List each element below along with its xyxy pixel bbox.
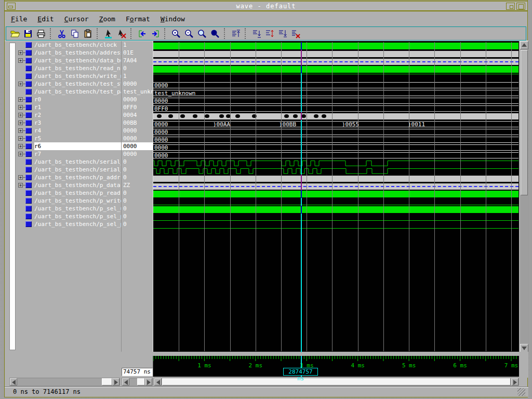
expand-icon[interactable]: +: [18, 58, 23, 63]
signal-row[interactable]: +r0: [16, 96, 121, 103]
delete-selected-button[interactable]: [289, 28, 302, 39]
cursor-line[interactable]: [301, 50, 302, 58]
add-cursor-button[interactable]: [102, 28, 115, 39]
signal-value[interactable]: 0: [122, 166, 153, 174]
signal-row[interactable]: /uart_bs_testbench/write_n: [16, 72, 121, 80]
signal-value[interactable]: 0004: [122, 111, 153, 119]
scroll-down-arrow-icon[interactable]: [520, 344, 528, 352]
move-updown-button[interactable]: [263, 28, 276, 39]
signal-value[interactable]: 1: [122, 72, 153, 80]
signal-value[interactable]: 0000: [122, 135, 153, 142]
expand-icon[interactable]: +: [18, 105, 23, 110]
menu-cursor[interactable]: Cursor: [59, 13, 94, 25]
expand-icon[interactable]: +: [18, 121, 23, 125]
signal-row[interactable]: /uart_bs_testbench/p_sel_uart: [16, 205, 121, 212]
signal-row[interactable]: +r1: [16, 103, 121, 111]
signal-value[interactable]: 7A04: [122, 57, 153, 64]
waveform-canvas[interactable]: 0000test_unknown00000FF00000)00AA)00BB)0…: [153, 41, 519, 352]
paste-button[interactable]: [81, 28, 94, 39]
signal-row[interactable]: +/uart_bs_testbench/address_bu: [16, 49, 121, 57]
signal-value[interactable]: 0: [122, 205, 153, 212]
expand-icon[interactable]: +: [18, 50, 23, 55]
scroll-right-arrow-icon[interactable]: [112, 378, 119, 385]
maximize-button[interactable]: [516, 3, 525, 10]
resize-grip[interactable]: [517, 388, 525, 396]
cursor-line[interactable]: [301, 214, 302, 221]
expand-icon[interactable]: +: [18, 113, 23, 117]
names-hscrollbar[interactable]: [9, 378, 120, 386]
cursor-line[interactable]: [301, 58, 302, 65]
signal-value[interactable]: 0FF0: [122, 103, 153, 111]
cursor-line[interactable]: [301, 198, 302, 206]
cursor-line[interactable]: [301, 167, 302, 175]
expand-icon[interactable]: +: [18, 136, 23, 141]
signal-row[interactable]: /uart_bs_testbench/clock: [16, 41, 121, 49]
scroll-left-arrow-icon[interactable]: [10, 378, 17, 385]
signal-value[interactable]: 0: [122, 158, 153, 166]
signal-value[interactable]: test_unkno: [122, 88, 153, 96]
values-hscrollbar[interactable]: [122, 378, 153, 386]
signal-row[interactable]: /uart_bs_testbench/serial_in: [16, 166, 121, 174]
menu-format[interactable]: Format: [121, 13, 155, 25]
save-button[interactable]: [21, 28, 34, 39]
cut-button[interactable]: [55, 28, 68, 39]
cursor-line[interactable]: [301, 136, 302, 143]
cursor-line[interactable]: [301, 112, 302, 120]
scroll-right-arrow-icon[interactable]: [145, 378, 152, 385]
menu-window[interactable]: Window: [155, 13, 190, 25]
cursor-line[interactable]: [301, 97, 302, 104]
cursor-line[interactable]: [301, 65, 302, 73]
signal-row[interactable]: +/uart_bs_testbench/data_bus: [16, 57, 121, 64]
next-transition-button[interactable]: [149, 28, 162, 39]
cursor-line[interactable]: [301, 175, 302, 182]
signal-row[interactable]: /uart_bs_testbench/test_pass_: [16, 88, 121, 96]
signal-value[interactable]: 01E: [122, 49, 153, 57]
names-hscroll-thumb[interactable]: [102, 378, 112, 385]
signal-value[interactable]: 0000: [122, 80, 153, 88]
cursor-line[interactable]: [301, 89, 302, 97]
signal-row[interactable]: +r2: [16, 111, 121, 119]
prev-transition-button[interactable]: [136, 28, 149, 39]
signal-value[interactable]: 0: [122, 220, 153, 228]
expand-icon[interactable]: +: [18, 152, 23, 156]
cursor-line[interactable]: [301, 143, 302, 151]
expand-icon[interactable]: +: [18, 97, 23, 102]
cursor-line[interactable]: [301, 81, 302, 89]
signal-row[interactable]: /uart_bs_testbench/serial_out: [16, 158, 121, 166]
signal-value[interactable]: 00BB: [122, 119, 153, 127]
expand-icon[interactable]: +: [18, 128, 23, 133]
timeline-ruler[interactable]: 1 ms2 ms3 ms4 ms5 ms6 ms7 ms 2874757 ns: [153, 356, 519, 377]
move-down-button[interactable]: [250, 28, 263, 39]
zoom-full-button[interactable]: [208, 28, 221, 39]
menu-edit[interactable]: Edit: [32, 13, 59, 25]
signal-row[interactable]: +/uart_bs_testbench/p_addr: [16, 174, 121, 181]
signal-row[interactable]: /uart_bs_testbench/p_sel_pwm: [16, 212, 121, 220]
expand-icon[interactable]: +: [18, 144, 23, 149]
signal-row[interactable]: /uart_bs_testbench/p_read: [16, 189, 121, 197]
expand-icon[interactable]: +: [18, 175, 23, 180]
wave-vertical-scrollbar[interactable]: [520, 41, 528, 352]
signal-row[interactable]: +/uart_bs_testbench/p_data: [16, 181, 121, 189]
signal-row[interactable]: +/uart_bs_testbench/test_statu: [16, 80, 121, 88]
expand-icon[interactable]: +: [18, 183, 23, 188]
cursor-time-entry[interactable]: 74757 ns: [122, 368, 153, 376]
cursor-line[interactable]: [301, 42, 302, 50]
zoom-out-button[interactable]: [182, 28, 195, 39]
restore-button[interactable]: [506, 3, 515, 10]
signal-value[interactable]: 0000: [122, 142, 153, 150]
signal-row[interactable]: /uart_bs_testbench/p_sel_para: [16, 220, 121, 228]
scroll-right-arrow-icon[interactable]: [511, 378, 518, 385]
wave-hscrollbar[interactable]: [154, 378, 519, 386]
signal-value[interactable]: ZZ: [122, 181, 153, 189]
cursor-line[interactable]: [301, 104, 302, 112]
values-hscroll-thumb[interactable]: [137, 378, 145, 385]
title-bar[interactable]: wave - default: [5, 1, 527, 11]
move-bottom-button[interactable]: [276, 28, 289, 39]
signal-row[interactable]: /uart_bs_testbench/p_write: [16, 197, 121, 205]
print-button[interactable]: [34, 28, 47, 39]
cursor-line[interactable]: [301, 206, 302, 214]
cursor-line[interactable]: [301, 221, 302, 229]
zoom-area-button[interactable]: [195, 28, 208, 39]
cursor-line[interactable]: [301, 159, 302, 167]
cursor-line[interactable]: [301, 182, 302, 190]
